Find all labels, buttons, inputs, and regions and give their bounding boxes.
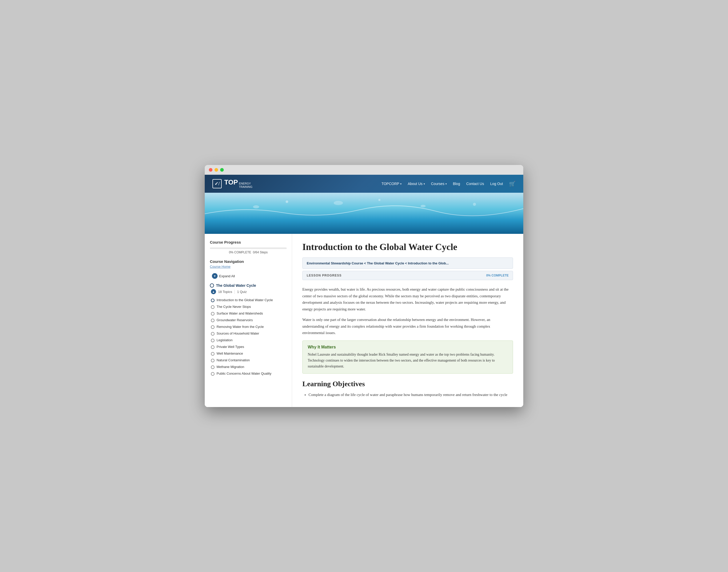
section-collapse-icon[interactable]: ▲ xyxy=(211,289,216,294)
nav-logout[interactable]: Log Out xyxy=(490,182,503,186)
nav-about-label: About Us xyxy=(408,182,422,186)
callout-title: Why It Matters xyxy=(308,345,508,350)
progress-pct: 0% COMPLETE xyxy=(229,251,251,254)
topic-circle xyxy=(211,299,215,302)
maximize-dot[interactable] xyxy=(220,168,224,172)
topic-label: Sources of Household Water xyxy=(217,332,259,335)
breadcrumb-box: Environmental Stewardship Course < The G… xyxy=(302,258,513,269)
progress-text: 0% COMPLETE 0/64 Steps xyxy=(210,251,287,254)
hero-banner xyxy=(205,193,523,234)
logo-sub: ENERGYTRAINING xyxy=(239,182,252,189)
topic-label: Legislation xyxy=(217,338,233,342)
nav-about[interactable]: About Us ▾ xyxy=(408,182,425,186)
nav-links: TOPCORP ▾ About Us ▾ Courses ▾ Blog Cont… xyxy=(382,181,515,187)
expand-all-label: Expand All xyxy=(219,274,235,278)
topic-label: Introduction to the Global Water Cycle xyxy=(217,298,273,302)
main-content: Course Progress 0% COMPLETE 0/64 Steps C… xyxy=(205,234,523,407)
logo-text-block: TOP ENERGYTRAINING xyxy=(224,179,252,189)
nav-topcorp-label: TOPCORP xyxy=(382,182,399,186)
topic-item[interactable]: Methane Migration xyxy=(211,364,287,370)
topic-circle xyxy=(211,318,215,322)
topic-label: Methane Migration xyxy=(217,365,244,369)
lesson-progress-label: LESSON PROGRESS xyxy=(307,274,342,277)
topic-label: Removing Water from the Cycle xyxy=(217,325,264,329)
course-home-link[interactable]: Course Home xyxy=(210,265,287,269)
topic-item[interactable]: Well Maintenance xyxy=(211,350,287,357)
svg-point-1 xyxy=(253,205,259,208)
nav-courses[interactable]: Courses ▾ xyxy=(431,182,447,186)
browser-chrome xyxy=(205,165,523,175)
expand-all-button[interactable]: ▾ Expand All xyxy=(210,272,287,280)
topic-item[interactable]: Legislation xyxy=(211,337,287,344)
topic-list: Introduction to the Global Water Cycle T… xyxy=(211,297,287,377)
nav-contact[interactable]: Contact Us xyxy=(466,182,484,186)
nav-contact-label: Contact Us xyxy=(466,182,484,186)
learning-objectives-heading: Learning Objectives xyxy=(302,380,513,388)
callout-text: Nobel Laureate and sustainability though… xyxy=(308,352,508,369)
topic-item[interactable]: Removing Water from the Cycle xyxy=(211,324,287,330)
minimize-dot[interactable] xyxy=(215,168,218,172)
topic-label: Public Concerns About Water Quality xyxy=(217,372,271,375)
progress-bar-container xyxy=(210,247,287,249)
nav-logout-label: Log Out xyxy=(490,182,503,186)
topic-item[interactable]: The Cycle Never Stops xyxy=(211,303,287,310)
svg-point-4 xyxy=(286,200,288,203)
lesson-progress-row: LESSON PROGRESS 0% COMPLETE xyxy=(302,271,513,280)
browser-window: ✓/ TOP ENERGYTRAINING TOPCORP ▾ About Us… xyxy=(205,165,523,407)
wave-svg xyxy=(205,193,523,234)
nav-about-chevron: ▾ xyxy=(424,183,425,185)
topic-circle xyxy=(211,325,215,329)
expand-icon: ▾ xyxy=(212,273,218,279)
svg-point-5 xyxy=(378,199,381,201)
topic-item[interactable]: Public Concerns About Water Quality xyxy=(211,370,287,377)
svg-point-6 xyxy=(473,203,476,206)
body-paragraph-2: Water is only one part of the larger con… xyxy=(302,316,513,336)
topic-circle xyxy=(211,372,215,376)
svg-point-2 xyxy=(334,201,343,205)
topic-item[interactable]: Surface Water and Watersheds xyxy=(211,310,287,317)
topic-item[interactable]: Natural Contamination xyxy=(211,357,287,364)
navbar: ✓/ TOP ENERGYTRAINING TOPCORP ▾ About Us… xyxy=(205,175,523,193)
topic-circle xyxy=(211,339,215,342)
cart-icon[interactable]: 🛒 xyxy=(509,181,515,187)
topics-count: 18 Topics xyxy=(218,290,232,294)
nav-blog[interactable]: Blog xyxy=(453,182,460,186)
section-meta: ▲ 18 Topics | 1 Quiz xyxy=(211,289,287,294)
nav-topcorp-chevron: ▾ xyxy=(400,183,402,185)
nav-topcorp[interactable]: TOPCORP ▾ xyxy=(382,182,402,186)
callout-box: Why It Matters Nobel Laureate and sustai… xyxy=(302,341,513,374)
logo-checkmark: ✓/ xyxy=(215,181,220,187)
topic-item[interactable]: Introduction to the Global Water Cycle xyxy=(211,297,287,303)
nav-blog-label: Blog xyxy=(453,182,460,186)
objective-item: Complete a diagram of the life cycle of … xyxy=(309,391,513,398)
topic-label: Natural Contamination xyxy=(217,358,250,362)
topic-circle xyxy=(211,332,215,336)
topic-item[interactable]: Sources of Household Water xyxy=(211,330,287,337)
section-circle xyxy=(210,283,214,288)
section-item[interactable]: The Global Water Cycle xyxy=(210,283,287,288)
topic-label: Well Maintenance xyxy=(217,352,243,355)
sidebar: Course Progress 0% COMPLETE 0/64 Steps C… xyxy=(205,234,292,407)
topic-label: Surface Water and Watersheds xyxy=(217,311,263,315)
topic-item[interactable]: Private Well Types xyxy=(211,344,287,350)
nav-courses-chevron: ▾ xyxy=(446,183,447,185)
nav-logo: ✓/ TOP ENERGYTRAINING xyxy=(213,179,252,189)
learning-objectives-list: Complete a diagram of the life cycle of … xyxy=(302,391,513,398)
body-paragraph-1: Energy provides wealth, but water is lif… xyxy=(302,286,513,312)
course-nav-title: Course Navigation xyxy=(210,259,287,264)
topic-circle xyxy=(211,365,215,369)
content-area: Introduction to the Global Water Cycle E… xyxy=(292,234,523,407)
logo-icon: ✓/ xyxy=(213,179,222,188)
lesson-title: Introduction to the Global Water Cycle xyxy=(302,241,513,252)
section-title: The Global Water Cycle xyxy=(216,283,256,288)
nav-courses-label: Courses xyxy=(431,182,444,186)
course-progress-title: Course Progress xyxy=(210,240,287,244)
svg-point-3 xyxy=(420,205,426,207)
logo-top: TOP xyxy=(224,179,238,186)
topic-label: Groundwater Reservoirs xyxy=(217,318,253,322)
close-dot[interactable] xyxy=(209,168,213,172)
breadcrumb-text: Environmental Stewardship Course < The G… xyxy=(307,261,449,265)
topic-circle xyxy=(211,359,215,362)
topic-item[interactable]: Groundwater Reservoirs xyxy=(211,317,287,324)
topic-circle xyxy=(211,352,215,356)
